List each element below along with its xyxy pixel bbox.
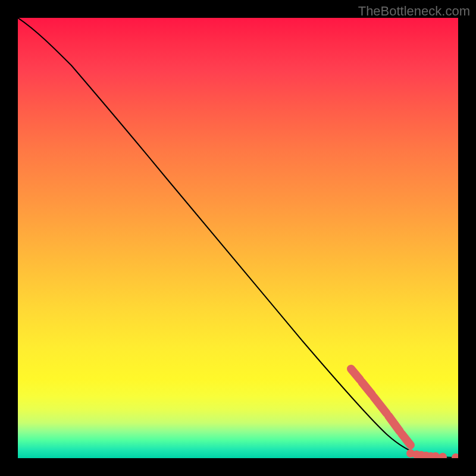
highlight-segment-5: [402, 434, 411, 445]
watermark-text: TheBottleneck.com: [358, 4, 470, 19]
highlight-segment-4: [389, 416, 400, 431]
chart-svg: [18, 18, 458, 458]
highlight-segment-2: [362, 382, 372, 394]
highlight-segment-3: [374, 397, 387, 414]
chart-plot-area: [18, 18, 458, 458]
highlight-segment-1: [351, 369, 360, 380]
bottleneck-curve: [18, 18, 458, 458]
marker-point: [439, 453, 447, 458]
marker-point: [452, 453, 458, 458]
